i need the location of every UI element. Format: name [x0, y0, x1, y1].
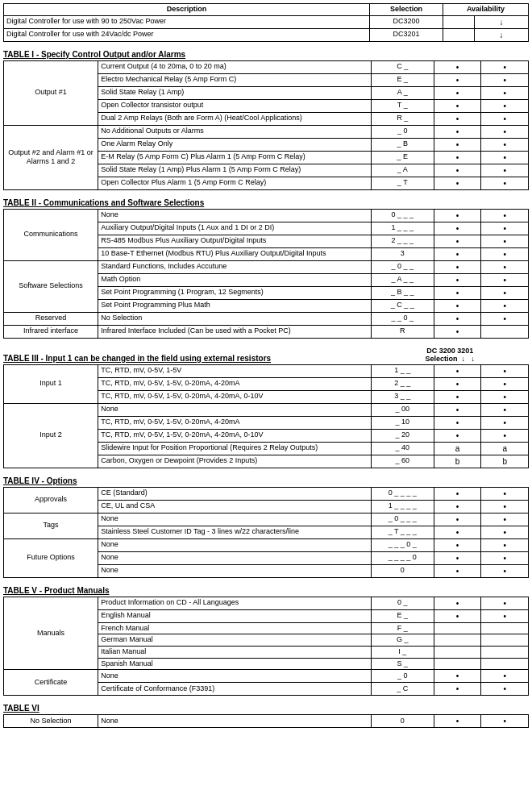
input2-row4-dot1: a	[434, 442, 481, 455]
output2-row1-sel: _ 0	[371, 125, 434, 138]
output2-row4-sel: _ A	[371, 164, 434, 177]
output2-row4-dot1: •	[434, 164, 481, 177]
output1-row3-sel: A _	[371, 86, 434, 99]
cert-row2-dot2: •	[481, 683, 529, 696]
manuals-row1-desc: Product Information on CD - All Language…	[98, 597, 372, 609]
input2-label: Input 2	[4, 403, 98, 468]
input2-row3-dot2: •	[481, 429, 529, 442]
nosel-row1-desc: None	[98, 715, 372, 728]
nosel-label: No Selection	[4, 715, 98, 728]
approvals-row1-desc: CE (Standard)	[98, 487, 372, 500]
comm-row2-sel: 1 _ _ _	[371, 222, 434, 235]
output1-row2-dot1: •	[434, 73, 481, 86]
future-row2-dot1: •	[434, 551, 481, 564]
reserved-row1-dot1: •	[434, 312, 481, 325]
output2-row2-dot1: •	[434, 138, 481, 151]
sel-header: Selection	[370, 4, 443, 16]
manuals-label: Manuals	[4, 597, 98, 670]
output2-row4-desc: Solid State Relay (1 Amp) Plus Alarm 1 (…	[98, 164, 372, 177]
sw-row4-desc: Set Point Programming Plus Math	[98, 299, 372, 312]
manuals-row2-sel: E _	[371, 609, 434, 622]
manuals-row2-dot2: •	[481, 609, 529, 622]
approvals-row1-sel: 0 _ _ _ _	[371, 487, 434, 500]
dc3201-sel: DC3201	[370, 28, 443, 41]
manuals-row4-dot1	[434, 634, 481, 647]
comm-row1-dot2: •	[481, 209, 529, 222]
approvals-row1-dot1: •	[434, 487, 481, 500]
dc3200-sel: DC3200	[370, 15, 443, 28]
table-row: Output #2 and Alarm #1 or Alarms 1 and 2…	[4, 125, 529, 138]
manuals-row2-dot1: •	[434, 609, 481, 622]
comm-row2-dot2: •	[481, 222, 529, 235]
comm-label: Communications	[4, 209, 98, 260]
sw-row3-sel: _ B _ _	[371, 286, 434, 299]
reserved-label: Reserved	[4, 312, 98, 325]
table-row: Communications None 0 _ _ _ • •	[4, 209, 529, 222]
tags-row1-dot2: •	[481, 513, 529, 526]
infrared-row1-sel: R	[371, 325, 434, 338]
table-row: Certificate None _ 0 • •	[4, 670, 529, 683]
future-row1-sel: _ _ _ 0 _	[371, 538, 434, 551]
table-row: Reserved No Selection _ _ 0 _ • •	[4, 312, 529, 325]
sw-row1-dot1: •	[434, 260, 481, 273]
table2-title: TABLE II - Communications and Software S…	[3, 198, 529, 207]
comm-row4-dot2: •	[481, 247, 529, 260]
dc3201-av1	[443, 28, 475, 41]
table6-title: TABLE VI	[3, 704, 529, 713]
output2-row3-sel: _ E	[371, 151, 434, 164]
input1-label: Input 1	[4, 364, 98, 403]
sw-label: Software Selections	[4, 260, 98, 312]
tags-label: Tags	[4, 513, 98, 538]
output1-row5-sel: R _	[371, 112, 434, 125]
infrared-row1-desc: Infrared Interface Included (Can be used…	[98, 325, 372, 338]
comm-row3-dot2: •	[481, 235, 529, 247]
manuals-row5-desc: Italian Manual	[98, 647, 372, 659]
table1: Output #1 Current Output (4 to 20ma, 0 t…	[3, 60, 529, 190]
input2-row5-desc: Carbon, Oxygen or Dewpoint (Provides 2 I…	[98, 455, 372, 468]
table3: Input 1 TC, RTD, mV, 0-5V, 1-5V 1 _ _ • …	[3, 364, 529, 468]
future-row2-desc: None	[98, 551, 372, 564]
nosel-row1-sel: 0	[371, 715, 434, 728]
input1-row2-dot1: •	[434, 377, 481, 390]
comm-row2-desc: Auxiliary Output/Digital Inputs (1 Aux a…	[98, 222, 372, 235]
approvals-row2-desc: CE, UL and CSA	[98, 500, 372, 513]
manuals-row5-sel: I _	[371, 647, 434, 659]
table2: Communications None 0 _ _ _ • • Auxiliar…	[3, 209, 529, 339]
input2-row2-desc: TC, RTD, mV, 0-5V, 1-5V, 0-20mA, 4-20mA	[98, 416, 372, 429]
input1-row2-dot2: •	[481, 377, 529, 390]
output1-row1-dot2: •	[481, 60, 529, 73]
output2-row2-sel: _ B	[371, 138, 434, 151]
future-row3-dot2: •	[481, 564, 529, 577]
output2-row3-dot1: •	[434, 151, 481, 164]
input1-row1-dot1: •	[434, 364, 481, 377]
future-row3-desc: None	[98, 564, 372, 577]
table-row: Output #1 Current Output (4 to 20ma, 0 t…	[4, 60, 529, 73]
output1-row4-dot2: •	[481, 99, 529, 112]
manuals-row5-dot2	[481, 647, 529, 659]
future-label: Future Options	[4, 538, 98, 577]
comm-row2-dot1: •	[434, 222, 481, 235]
output1-row3-dot2: •	[481, 86, 529, 99]
input2-row1-dot2: •	[481, 403, 529, 416]
table-row: No Selection None 0 • •	[4, 715, 529, 728]
cert-row2-sel: _ C	[371, 683, 434, 696]
table-row: Future Options None _ _ _ 0 _ • •	[4, 538, 529, 551]
input1-row1-dot2: •	[481, 364, 529, 377]
input2-row3-dot1: •	[434, 429, 481, 442]
comm-row4-sel: 3	[371, 247, 434, 260]
cert-row2-dot1: •	[434, 683, 481, 696]
nosel-row1-dot2: •	[481, 715, 529, 728]
output1-row3-desc: Solid State Relay (1 Amp)	[98, 86, 372, 99]
nosel-row1-dot1: •	[434, 715, 481, 728]
table-row: Approvals CE (Standard) 0 _ _ _ _ • •	[4, 487, 529, 500]
input2-row4-dot2: a	[481, 442, 529, 455]
table4-title: TABLE IV - Options	[3, 476, 529, 485]
manuals-row3-dot1	[434, 622, 481, 634]
input2-row3-sel: _ 20	[371, 429, 434, 442]
approvals-row2-dot2: •	[481, 500, 529, 513]
input2-row2-dot2: •	[481, 416, 529, 429]
sw-row1-desc: Standard Functions, Includes Accutune	[98, 260, 372, 273]
output1-row2-dot2: •	[481, 73, 529, 86]
manuals-row1-dot1: •	[434, 597, 481, 609]
output2-row5-dot2: •	[481, 177, 529, 189]
